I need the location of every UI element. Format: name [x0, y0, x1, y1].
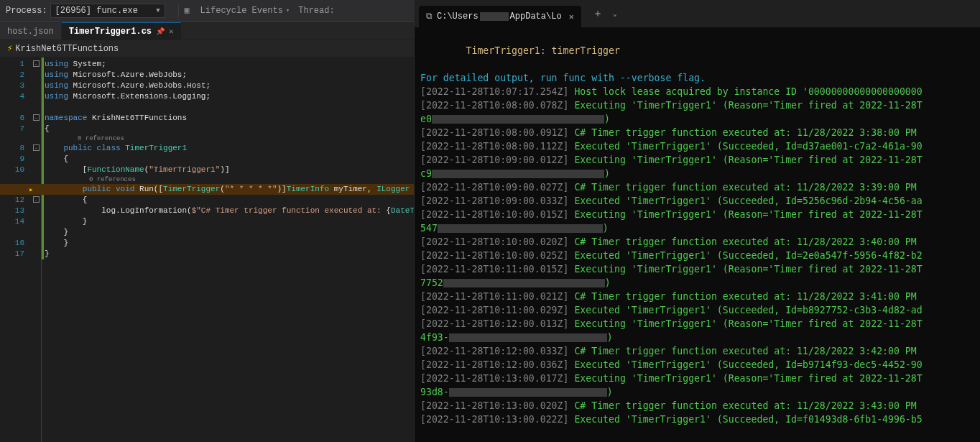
thread-label: Thread: [298, 6, 334, 16]
terminal-output[interactable]: TimerTrigger1: timerTrigger For detailed… [415, 27, 980, 442]
terminal-icon: ⧉ [426, 11, 433, 22]
terminal-tab-prefix: C:\Users [437, 11, 479, 22]
terminal-line: [2022-11-28T10:12:00.036Z] Executed 'Tim… [420, 358, 976, 372]
change-bar [42, 57, 45, 442]
chevron-down-icon: ▾ [286, 6, 290, 14]
redacted-text [480, 12, 509, 21]
terminal-line: [2022-11-28T10:10:00.020Z] C# Timer trig… [420, 235, 976, 249]
close-icon[interactable]: ✕ [569, 11, 574, 22]
fold-gutter: ----- [32, 57, 42, 442]
tab-label: TimerTrigger1.cs [69, 27, 152, 37]
fold-toggle[interactable]: - [33, 196, 40, 203]
lifecycle-icon[interactable]: ▣ [185, 5, 196, 17]
terminal-line: [2022-11-28T10:11:00.015Z] Executing 'Ti… [420, 262, 976, 276]
tab-host-json[interactable]: host.json [0, 22, 61, 40]
tab-timertrigger[interactable]: TimerTrigger1.cs 📌 ✕ [62, 22, 181, 40]
terminal-line: [2022-11-28T10:09:00.027Z] C# Timer trig… [420, 180, 976, 194]
terminal-line: [2022-11-28T10:11:00.029Z] Executed 'Tim… [420, 303, 976, 317]
pin-icon[interactable]: 📌 [156, 27, 165, 36]
process-dropdown[interactable]: [26956] func.exe ▼ [50, 4, 165, 18]
separator [178, 4, 179, 17]
terminal-window: ⧉ C:\Users AppData\Lo ✕ ＋ ⌄ TimerTrigger… [414, 0, 980, 442]
fold-toggle[interactable]: - [33, 144, 40, 151]
terminal-line: [2022-11-28T10:13:00.020Z] C# Timer trig… [420, 399, 976, 413]
nav-left-text: KrishNet6TTFunctions [15, 44, 119, 54]
terminal-line: e0) [420, 112, 976, 126]
terminal-line: TimerTrigger1: timerTrigger [420, 44, 976, 57]
line-numbers: 1234678910111213141617 [0, 57, 32, 442]
chevron-down-icon: ▼ [156, 7, 160, 14]
terminal-line: [2022-11-28T10:11:00.021Z] C# Timer trig… [420, 290, 976, 303]
lifecycle-menu[interactable]: Lifecycle Events [200, 6, 283, 16]
terminal-line: 93d8-) [420, 385, 976, 399]
gutter: 1234678910111213141617 ----- [0, 57, 45, 442]
close-icon[interactable]: ✕ [169, 27, 174, 36]
terminal-line: [2022-11-28T10:08:00.078Z] Executing 'Ti… [420, 98, 976, 112]
fold-toggle[interactable]: - [33, 60, 40, 67]
fold-toggle[interactable]: - [33, 185, 40, 192]
tab-label: host.json [7, 27, 54, 37]
terminal-line: For detailed output, run func with --ver… [420, 71, 976, 85]
fold-toggle[interactable]: - [33, 114, 40, 121]
lightning-icon: ⚡ [7, 44, 12, 54]
terminal-line: [2022-11-28T10:09:00.012Z] Executing 'Ti… [420, 153, 976, 167]
terminal-line: [2022-11-28T10:08:00.091Z] C# Timer trig… [420, 126, 976, 139]
terminal-line: [2022-11-28T10:10:00.025Z] Executed 'Tim… [420, 249, 976, 262]
terminal-tab[interactable]: ⧉ C:\Users AppData\Lo ✕ [419, 6, 581, 27]
terminal-line: 547) [420, 221, 976, 235]
terminal-line: [2022-11-28T10:07:17.254Z] Host lock lea… [420, 85, 976, 98]
process-value: [26956] func.exe [55, 6, 138, 16]
terminal-line: 4f93-) [420, 331, 976, 344]
process-label: Process: [6, 6, 47, 16]
terminal-line: [2022-11-28T10:09:00.033Z] Executed 'Tim… [420, 194, 976, 208]
terminal-line: [2022-11-28T10:10:00.015Z] Executing 'Ti… [420, 208, 976, 221]
new-tab-button[interactable]: ＋ [587, 7, 609, 20]
terminal-line: c9) [420, 167, 976, 180]
terminal-line: [2022-11-28T10:13:00.017Z] Executing 'Ti… [420, 372, 976, 385]
terminal-line: [2022-11-28T10:08:00.112Z] Executed 'Tim… [420, 139, 976, 153]
tab-menu-dropdown[interactable]: ⌄ [610, 9, 620, 18]
terminal-titlebar: ⧉ C:\Users AppData\Lo ✕ ＋ ⌄ [415, 0, 980, 27]
terminal-tab-suffix: AppData\Lo [510, 11, 562, 22]
terminal-line: [2022-11-28T10:12:00.013Z] Executing 'Ti… [420, 317, 976, 331]
terminal-line [420, 57, 976, 71]
terminal-line [420, 30, 976, 44]
terminal-line: [2022-11-28T10:13:00.022Z] Executed 'Tim… [420, 413, 976, 426]
terminal-line: [2022-11-28T10:12:00.033Z] C# Timer trig… [420, 344, 976, 358]
execution-pointer-icon: ➤ [29, 185, 33, 196]
terminal-line: 7752) [420, 276, 976, 290]
